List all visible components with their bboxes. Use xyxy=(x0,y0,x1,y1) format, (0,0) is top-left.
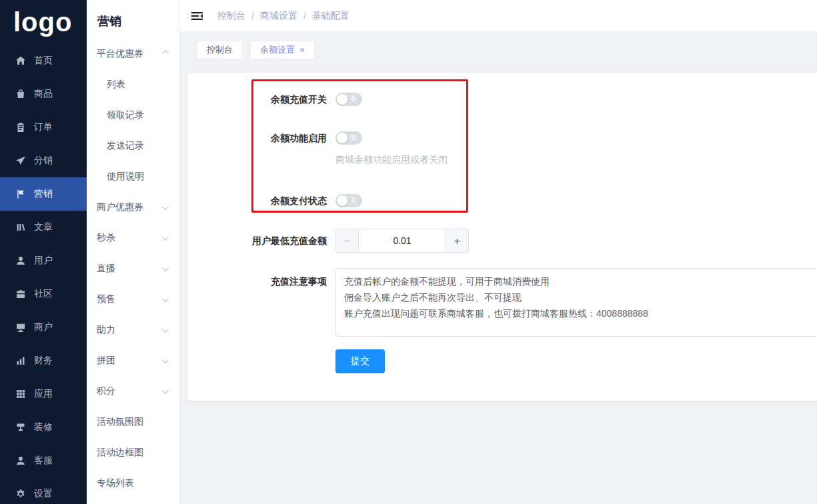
tab-balance-settings[interactable]: 余额设置 × xyxy=(250,41,315,59)
sidebar-item-apps[interactable]: 应用 xyxy=(0,377,87,411)
sidebar-item-label: 财务 xyxy=(34,355,53,367)
form-row: 余额功能启用 关 商城余额功能启用或者关闭 xyxy=(187,131,817,165)
submenu-item-points[interactable]: 积分 xyxy=(87,376,179,407)
app-layout: logo 首页 商品 订单 分销 营销 文章 用户 xyxy=(0,0,817,504)
tab-label: 余额设置 xyxy=(260,44,295,56)
submenu-item-receive-records[interactable]: 领取记录 xyxy=(87,100,179,131)
breadcrumb-separator: / xyxy=(303,11,306,21)
sidebar-item-merchants[interactable]: 商户 xyxy=(0,311,87,344)
marketing-submenu: 营销 平台优惠券 列表 领取记录 发送记录 使用说明 商户优惠券 秒杀 直播 xyxy=(87,0,180,504)
close-icon[interactable]: × xyxy=(299,45,305,55)
tab-label: 控制台 xyxy=(207,44,233,56)
submenu-item-label: 助力 xyxy=(97,324,115,336)
sidebar-item-label: 文章 xyxy=(34,221,53,233)
toggle-knob xyxy=(337,94,347,105)
sidebar-item-users[interactable]: 用户 xyxy=(0,244,87,277)
sidebar-item-label: 装修 xyxy=(34,421,53,433)
submenu-item-group-buy[interactable]: 拼团 xyxy=(87,345,179,376)
sidebar-item-distribution[interactable]: 分销 xyxy=(0,144,87,177)
form-row: 余额支付状态 关 xyxy=(187,194,817,207)
tab-console[interactable]: 控制台 xyxy=(197,41,243,59)
increase-button[interactable]: + xyxy=(446,229,468,252)
recharge-notice-textarea[interactable]: 充值后帐户的金额不能提现，可用于商城消费使用 佣金导入账户之后不能再次导出、不可… xyxy=(335,268,817,337)
sidebar-item-finance[interactable]: 财务 xyxy=(0,344,87,377)
balance-settings-card: 余额充值开关 关 余额功能启用 关 xyxy=(187,73,817,401)
collapse-menu-icon[interactable] xyxy=(191,11,203,21)
library-icon xyxy=(15,222,26,233)
toggle-knob xyxy=(337,133,347,143)
form-row: 充值注意事项 充值后帐户的金额不能提现，可用于商城消费使用 佣金导入账户之后不能… xyxy=(187,268,817,337)
form-row: 提交 xyxy=(187,349,817,373)
sidebar-item-label: 设置 xyxy=(34,488,53,500)
sidebar-item-settings[interactable]: 设置 xyxy=(0,477,87,504)
submit-button[interactable]: 提交 xyxy=(335,349,385,373)
sidebar-item-marketing[interactable]: 营销 xyxy=(0,177,87,211)
submenu-item-assist[interactable]: 助力 xyxy=(87,315,179,345)
breadcrumb-item-console[interactable]: 控制台 xyxy=(217,10,245,22)
sidebar-item-decoration[interactable]: 装修 xyxy=(0,411,87,444)
breadcrumb-item-basic-config[interactable]: 基础配置 xyxy=(312,10,349,22)
shopping-bag-icon xyxy=(15,89,26,99)
recharge-switch-label: 余额充值开关 xyxy=(187,93,335,106)
sidebar-item-label: 分销 xyxy=(34,155,53,167)
submenu-item-label: 商户优惠券 xyxy=(97,201,143,213)
submenu-item-presale[interactable]: 预售 xyxy=(87,284,179,315)
logo: logo xyxy=(0,0,87,44)
recharge-notice-label: 充值注意事项 xyxy=(187,268,335,337)
submenu-item-merchant-coupon[interactable]: 商户优惠券 xyxy=(87,192,179,223)
submenu-item-label: 活动边框图 xyxy=(97,447,143,459)
clipboard-icon xyxy=(15,122,26,133)
submenu-item-usage-instructions[interactable]: 使用说明 xyxy=(87,161,179,192)
submenu-item-live[interactable]: 直播 xyxy=(87,253,179,284)
submenu-item-special-list[interactable]: 专场列表 xyxy=(87,468,179,499)
sidebar-item-community[interactable]: 社区 xyxy=(0,277,87,311)
sidebar-item-label: 商户 xyxy=(34,321,53,333)
sidebar-item-label: 商品 xyxy=(34,88,53,100)
breadcrumb-separator: / xyxy=(251,11,254,21)
submenu-item-label: 秒杀 xyxy=(97,232,115,244)
user-icon xyxy=(15,255,26,266)
flag-icon xyxy=(15,189,26,199)
sidebar-item-label: 用户 xyxy=(34,255,53,267)
paper-plane-icon xyxy=(15,155,26,166)
chevron-up-icon xyxy=(162,50,169,57)
monitor-icon xyxy=(15,322,26,333)
submenu-item-send-records[interactable]: 发送记录 xyxy=(87,131,179,161)
submenu-item-seckill[interactable]: 秒杀 xyxy=(87,223,179,253)
main-area: 控制台 / 商城设置 / 基础配置 控制台 余额设置 × 余额充值开关 xyxy=(180,0,817,504)
sidebar-item-home[interactable]: 首页 xyxy=(0,44,87,77)
chevron-down-icon xyxy=(162,234,169,241)
submenu-item-activity-atmosphere[interactable]: 活动氛围图 xyxy=(87,407,179,437)
submenu-item-activity-border[interactable]: 活动边框图 xyxy=(87,437,179,468)
submenu-item-label: 平台优惠券 xyxy=(97,48,143,60)
sidebar-item-label: 营销 xyxy=(34,188,53,200)
sidebar-item-goods[interactable]: 商品 xyxy=(0,77,87,111)
recharge-switch-toggle[interactable]: 关 xyxy=(335,93,362,106)
chevron-down-icon xyxy=(162,387,169,394)
balance-enable-help-text: 商城余额功能启用或者关闭 xyxy=(335,154,817,165)
sidebar-item-label: 客服 xyxy=(34,455,53,467)
decrease-button[interactable]: − xyxy=(336,229,359,252)
grid-icon xyxy=(15,389,26,399)
balance-pay-status-toggle[interactable]: 关 xyxy=(335,194,362,207)
balance-enable-toggle[interactable]: 关 xyxy=(335,131,362,145)
submenu-item-platform-coupon[interactable]: 平台优惠券 xyxy=(87,39,179,69)
submenu-item-label: 积分 xyxy=(97,385,115,397)
submenu-title: 营销 xyxy=(87,0,179,39)
breadcrumb-item-mall-settings[interactable]: 商城设置 xyxy=(260,10,297,22)
submenu-item-list[interactable]: 列表 xyxy=(87,69,179,100)
balance-pay-status-label: 余额支付状态 xyxy=(187,194,335,207)
submenu-item-label: 使用说明 xyxy=(107,171,144,183)
sidebar-item-orders[interactable]: 订单 xyxy=(0,111,87,144)
submenu-item-label: 预售 xyxy=(97,293,115,305)
sidebar-item-service[interactable]: 客服 xyxy=(0,444,87,477)
open-tabs-bar: 控制台 余额设置 × xyxy=(180,31,817,61)
sidebar-item-articles[interactable]: 文章 xyxy=(0,211,87,244)
submenu-item-label: 专场列表 xyxy=(97,477,134,489)
min-recharge-label: 用户最低充值金额 xyxy=(187,229,335,253)
headset-person-icon xyxy=(15,455,26,466)
min-recharge-input[interactable]: 0.01 xyxy=(359,229,446,252)
chevron-down-icon xyxy=(162,357,169,363)
toggle-off-text: 关 xyxy=(349,134,357,142)
toggle-off-text: 关 xyxy=(349,197,357,205)
